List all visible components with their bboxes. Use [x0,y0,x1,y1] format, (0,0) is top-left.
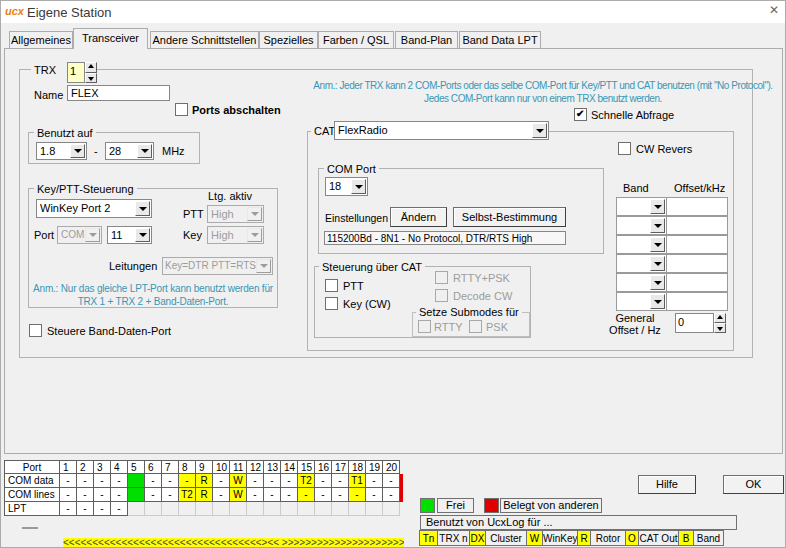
spin-up-icon[interactable] [714,313,726,323]
top-note: Anm.: Jeder TRX kann 2 COM-Ports oder da… [313,79,773,105]
trx-number-spinner[interactable]: 1 [67,62,97,83]
band-select[interactable] [616,197,667,216]
general-offset-spinner[interactable]: 0 [675,313,726,333]
cw-revers-label: CW Revers [636,143,692,155]
chevron-down-icon[interactable] [650,275,665,290]
offset-input[interactable] [666,216,728,235]
chevron-down-icon[interactable] [70,144,85,158]
submode-rtty-label: RTTY [434,321,463,333]
port-cell [366,502,383,516]
trx-label: TRX [31,64,70,76]
port-cell [213,502,230,516]
port-number-select[interactable]: 11 [107,226,152,244]
port-cell [128,502,145,516]
port-cell [230,502,247,516]
port-type-select: COM [57,226,102,244]
steuere-band-label: Steuere Band-Daten-Port [47,325,171,337]
steuere-band-checkbox[interactable] [29,324,42,337]
key-active-select: High [207,226,264,244]
offset-input[interactable] [666,235,728,254]
port-cell: - [213,474,230,488]
port-cell: - [111,502,128,516]
port-cell: 8 [179,460,196,474]
tab-andere-schnittstellen[interactable]: Andere Schnittstellen [150,31,259,48]
band-select[interactable] [616,254,667,273]
chevron-down-icon[interactable] [650,237,665,252]
port-cell: 4 [111,460,128,474]
ok-button[interactable]: OK [723,475,784,494]
com-port-select[interactable]: 18 [325,177,368,196]
offset-input[interactable] [666,254,728,273]
chevron-down-icon[interactable] [135,228,150,242]
chevron-down-icon[interactable] [650,199,665,214]
steuerung-cat-label: Steuerung über CAT [319,261,425,273]
port-cell: - [332,474,349,488]
band-from-select[interactable]: 1.8 [36,142,87,160]
marquee-arrows: <<<<<<<<<<<<<<<<<<<<<<<<<<<<<<<<<<><< >>… [63,538,404,548]
tab-transceiver[interactable]: Transceiver [73,28,148,49]
chevron-down-icon[interactable] [135,201,150,216]
spin-down-icon[interactable] [85,73,97,84]
offset-header: Offset/kHz [674,182,725,194]
leitungen-label: Leitungen [109,260,157,272]
legend-free-label: Frei [437,498,474,513]
band-to-select[interactable]: 28 [105,142,154,160]
benutzt-cell: CAT Out [638,530,679,546]
cat-ptt-checkbox[interactable] [325,279,338,292]
port-cell: 5 [128,460,145,474]
band-select[interactable] [616,292,667,311]
cat-device-select[interactable]: FlexRadio [334,121,549,140]
schnelle-abfrage-checkbox[interactable] [574,108,587,121]
offset-input[interactable] [666,292,728,311]
port-table-red-marker [400,474,403,502]
port-cell: - [264,474,281,488]
band-select[interactable] [616,216,667,235]
trx-name-input[interactable]: FLEX [67,85,170,101]
port-cell: 17 [332,460,349,474]
port-cell [179,502,196,516]
port-cell [128,488,145,502]
chevron-down-icon[interactable] [351,179,366,194]
port-cell: - [247,474,264,488]
ports-abschalten-checkbox[interactable] [175,103,188,116]
chevron-down-icon[interactable] [532,123,547,138]
port-cell: - [111,488,128,502]
chevron-down-icon[interactable] [650,218,665,233]
tab-allgemeines[interactable]: Allgemeines [9,31,73,48]
grip-dash [22,527,38,529]
aendern-button[interactable]: Ändern [390,207,447,227]
tab-farben-qsl[interactable]: Farben / QSL [318,31,394,48]
port-cell: - [77,502,94,516]
port-cell: W [230,474,247,488]
port-cell: - [298,488,315,502]
tab-band-data-lpt[interactable]: Band Data LPT [459,31,541,48]
chevron-down-icon[interactable] [650,256,665,271]
port-cell [162,502,179,516]
ltg-aktiv-label: Ltg. aktiv [208,190,252,202]
port-cell: 18 [349,460,366,474]
cat-key-cw-checkbox[interactable] [325,297,338,310]
tab-band-plan[interactable]: Band-Plan [395,31,458,48]
band-select[interactable] [616,273,667,292]
offset-input[interactable] [666,197,728,216]
selbst-bestimmung-button[interactable]: Selbst-Bestimmung [453,207,566,227]
hilfe-button[interactable]: Hilfe [638,475,696,494]
spin-up-icon[interactable] [85,62,97,73]
port-cell: 14 [281,460,298,474]
port-cell: - [145,488,162,502]
port-cell: - [349,488,366,502]
schnelle-abfrage-label: Schnelle Abfrage [591,109,674,121]
offset-input[interactable] [666,273,728,292]
close-icon[interactable]: ✕ [767,3,781,17]
chevron-down-icon[interactable] [137,144,152,158]
tab-spezielles[interactable]: Spezielles [259,31,318,48]
cw-revers-checkbox[interactable] [618,142,631,155]
port-cell: - [383,488,400,502]
band-select[interactable] [616,235,667,254]
chevron-down-icon[interactable] [650,294,665,309]
port-cell [332,502,349,516]
benutzt-cell: Band [693,530,724,546]
keyptt-device-select[interactable]: WinKey Port 2 [36,199,152,218]
chevron-down-icon [247,207,262,221]
spin-down-icon[interactable] [714,323,726,333]
